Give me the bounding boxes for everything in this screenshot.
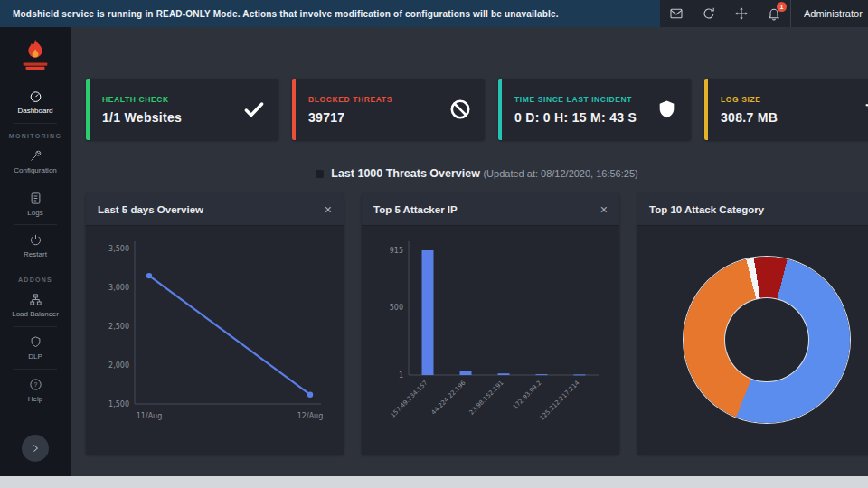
stat-card-blocked-threats: BLOCKED THREATS 39717 [292, 79, 485, 140]
svg-text:1: 1 [398, 371, 402, 380]
sidebar-item-dlp[interactable]: DLP [0, 328, 71, 368]
svg-text:500: 500 [389, 304, 402, 312]
sidebar-section-monitoring: MONITORING [9, 133, 61, 139]
check-icon [242, 98, 266, 121]
svg-text:125.212.217.214: 125.212.217.214 [538, 380, 580, 422]
user-menu[interactable]: Administrator [790, 0, 868, 27]
stat-label: LOG SIZE [721, 95, 862, 104]
stat-info: BLOCKED THREATS 39717 [308, 95, 448, 125]
chevron-right-icon [30, 443, 41, 454]
modshield-logo[interactable] [18, 37, 52, 75]
sidebar-item-help[interactable]: ? Help [0, 371, 71, 410]
close-icon[interactable]: × [600, 203, 608, 216]
app-body: Dashboard MONITORING Configuration Logs … [0, 27, 868, 476]
bar-chart: 1500915157.49.234.15744.224.22.19623.98.… [373, 232, 609, 447]
load-balancer-icon [29, 293, 42, 306]
sidebar-item-restart[interactable]: Restart [0, 226, 71, 266]
chart-header: Top 5 Attacker IP × [362, 193, 619, 226]
chart-card-last-5-days: Last 5 days Overview × 1,5002,0002,5003,… [86, 193, 344, 455]
stat-value: 0 D: 0 H: 15 M: 43 S [514, 110, 656, 125]
svg-text:3,500: 3,500 [108, 245, 129, 253]
mail-button[interactable] [660, 0, 693, 27]
sidebar-expand-button[interactable] [22, 435, 49, 462]
bar-chart-area: 1500915157.49.234.15744.224.22.19623.98.… [362, 226, 619, 454]
stat-info: LOG SIZE 308.7 MB [721, 95, 862, 125]
sidebar-item-dashboard[interactable]: Dashboard [0, 82, 71, 122]
sidebar-divider [14, 123, 57, 124]
wrench-icon [29, 149, 42, 163]
refresh-button[interactable] [693, 0, 725, 27]
main-content: HEALTH CHECK 1/1 Websites BLOCKED THREAT… [71, 27, 868, 476]
stats-row: HEALTH CHECK 1/1 Websites BLOCKED THREAT… [86, 79, 868, 140]
trash-icon [862, 99, 868, 121]
sidebar-divider [14, 369, 57, 370]
bottom-strip [0, 476, 868, 488]
sidebar-item-label: Help [28, 396, 42, 404]
svg-text:23.98.152.191: 23.98.152.191 [467, 380, 505, 417]
chart-title: Top 10 Attack Category [649, 204, 764, 215]
ban-icon [448, 98, 472, 121]
topbar: Modshield service is running in READ-ONL… [0, 0, 868, 27]
svg-text:11/Aug: 11/Aug [136, 412, 162, 420]
section-title-text: Last 1000 Threats Overview [331, 167, 480, 180]
svg-text:44.224.22.196: 44.224.22.196 [429, 380, 467, 417]
shield-lock-icon [29, 335, 42, 349]
stat-info: HEALTH CHECK 1/1 Websites [102, 95, 242, 125]
document-icon [29, 192, 42, 205]
flame-logo-icon [18, 37, 52, 71]
sidebar-divider [14, 267, 57, 267]
power-icon [29, 233, 42, 247]
svg-text:3,000: 3,000 [108, 284, 129, 292]
sidebar-item-configuration[interactable]: Configuration [0, 142, 71, 182]
sidebar-divider [14, 183, 57, 183]
charts-row: Last 5 days Overview × 1,5002,0002,5003,… [86, 193, 868, 455]
shield-icon [656, 99, 678, 121]
sidebar-item-label: Restart [24, 251, 47, 259]
user-name: Administrator [804, 8, 863, 19]
notification-badge: 1 [777, 2, 787, 12]
svg-text:?: ? [33, 381, 37, 388]
chart-header: Last 5 days Overview × [86, 193, 344, 226]
help-icon: ? [29, 378, 42, 391]
stat-card-time-since-incident: TIME SINCE LAST INCIDENT 0 D: 0 H: 15 M:… [498, 79, 691, 140]
notifications-button[interactable]: 1 [758, 0, 790, 27]
donut-chart-area [637, 226, 868, 454]
stat-card-log-size: LOG SIZE 308.7 MB [704, 79, 868, 140]
sidebar-section-addons: ADDONS [18, 277, 52, 283]
banner-message: Modshield service is running in READ-ONL… [13, 9, 559, 19]
section-updated-text: (Updated at: 08/12/2020, 16:56:25) [483, 168, 637, 179]
stat-value: 39717 [308, 110, 448, 125]
stat-label: TIME SINCE LAST INCIDENT [514, 95, 656, 104]
svg-text:172.93.99.2: 172.93.99.2 [511, 380, 542, 411]
sidebar-item-label: Logs [27, 210, 42, 218]
stat-card-health-check: HEALTH CHECK 1/1 Websites [86, 79, 278, 140]
sidebar-divider [14, 326, 57, 327]
svg-text:157.49.234.157: 157.49.234.157 [389, 380, 429, 419]
donut-chart [684, 257, 850, 423]
chart-card-top-attack-category: Top 10 Attack Category × [637, 193, 868, 455]
refresh-icon [702, 6, 716, 21]
donut-hole [725, 298, 808, 381]
svg-text:12/Aug: 12/Aug [297, 412, 323, 420]
stat-value: 1/1 Websites [102, 110, 242, 125]
stat-label: BLOCKED THREATS [308, 95, 448, 104]
section-bullet-icon [316, 170, 324, 178]
sidebar-item-logs[interactable]: Logs [0, 184, 71, 224]
gauge-icon [29, 89, 42, 103]
close-icon[interactable]: × [325, 203, 332, 216]
move-button[interactable] [725, 0, 758, 27]
line-chart-area: 1,5002,0002,5003,0003,50011/Aug12/Aug [86, 226, 344, 454]
sidebar: Dashboard MONITORING Configuration Logs … [0, 27, 71, 476]
move-icon [734, 6, 749, 21]
envelope-icon [669, 6, 684, 21]
sidebar-divider [14, 224, 57, 225]
svg-text:2,500: 2,500 [108, 323, 129, 331]
stat-info: TIME SINCE LAST INCIDENT 0 D: 0 H: 15 M:… [514, 95, 656, 125]
sidebar-item-load-balancer[interactable]: Load Balancer [0, 286, 71, 325]
topbar-actions: 1 Administrator [660, 0, 868, 27]
app-window: Modshield service is running in READ-ONL… [0, 0, 868, 488]
sidebar-item-label: Load Balancer [12, 311, 59, 319]
svg-text:1,500: 1,500 [108, 400, 129, 408]
threats-overview-heading: Last 1000 Threats Overview (Updated at: … [86, 167, 868, 180]
line-chart: 1,5002,0002,5003,0003,50011/Aug12/Aug [97, 232, 334, 447]
